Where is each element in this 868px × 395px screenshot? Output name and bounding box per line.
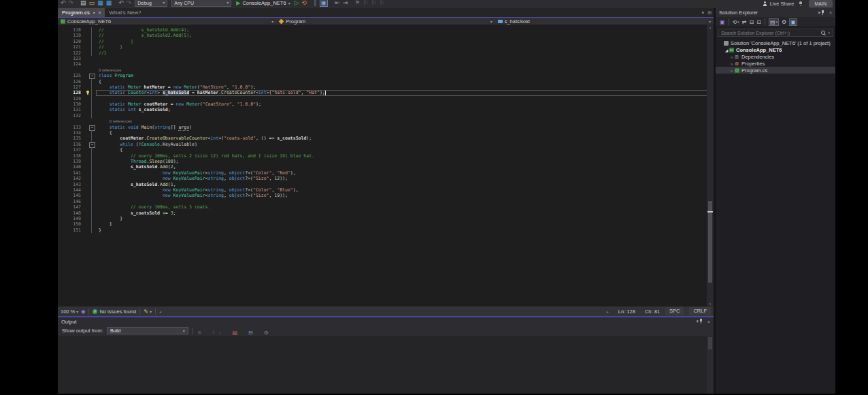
- hscroll-right-icon[interactable]: ▸: [607, 309, 609, 314]
- collapsed-arrow-icon[interactable]: ▹: [729, 54, 735, 59]
- document-outline-icon[interactable]: ◆: [81, 309, 85, 315]
- increase-indent-icon[interactable]: ⇥: [343, 0, 348, 6]
- code-line-135[interactable]: 135 coatMeter.CreateObservableCounter<in…: [58, 136, 714, 141]
- live-share-icon[interactable]: [763, 1, 768, 7]
- show-all-files-icon[interactable]: ▤▾: [769, 18, 779, 26]
- issues-status[interactable]: No issues found: [99, 309, 136, 315]
- navigate-back-icon[interactable]: ↶: [61, 0, 66, 6]
- project-dropdown[interactable]: C#ConsoleApp_NET6▾: [58, 18, 276, 25]
- code-line-147[interactable]: 147 // every 100ms, sells 3 coats.: [58, 204, 714, 210]
- sync-with-active-document-icon[interactable]: ⇄: [742, 19, 747, 25]
- start-without-debugging-icon[interactable]: ▷: [295, 0, 299, 6]
- open-folder-icon[interactable]: ▭: [89, 0, 95, 6]
- break-all-icon[interactable]: ∥: [314, 0, 317, 6]
- search-input[interactable]: Search Solution Explorer (Ctrl+;): [721, 31, 821, 35]
- undo-icon[interactable]: ↶: [118, 0, 124, 6]
- switch-views-icon[interactable]: ▣: [720, 19, 725, 25]
- save-icon[interactable]: ▦: [97, 0, 103, 6]
- code-line-139[interactable]: 139 Thread.Sleep(100);: [58, 159, 714, 164]
- code-line-133[interactable]: 133 static void Main(string[] args): [58, 125, 714, 130]
- collapse-box-icon[interactable]: [85, 125, 96, 130]
- column-indicator[interactable]: Ch: 81: [645, 309, 660, 315]
- code-line-132[interactable]: 132: [58, 113, 714, 118]
- tab-what-s-new-[interactable]: What's New?: [105, 8, 145, 17]
- tree-item-properties[interactable]: ▹⚙Properties: [716, 60, 835, 67]
- code-line-143[interactable]: 143 s_hatsSold.Add(1,: [58, 182, 714, 187]
- code-line-128[interactable]: 128 static Counter<int> s_hatsSold = hat…: [58, 90, 714, 95]
- active-files-dropdown-icon[interactable]: ▾: [702, 10, 705, 16]
- collapsed-arrow-icon[interactable]: ▹: [729, 68, 735, 73]
- hscroll-left-icon[interactable]: ◂: [159, 309, 161, 314]
- float-tab-group-icon[interactable]: ⊞: [707, 10, 712, 16]
- close-icon[interactable]: ×: [707, 319, 710, 324]
- code-line-124[interactable]: 124: [58, 61, 714, 67]
- code-line-146[interactable]: 146: [58, 199, 714, 204]
- message-list-icon[interactable]: ≡: [198, 330, 201, 336]
- feedback-bell-icon[interactable]: [799, 1, 803, 7]
- git-branch-button[interactable]: MAIN: [809, 0, 833, 7]
- code-line-149[interactable]: 149 }: [58, 216, 714, 221]
- output-source-dropdown[interactable]: Build ▾: [107, 327, 188, 334]
- solution-platforms-dropdown[interactable]: Any CPU▾: [171, 0, 231, 7]
- code-line-150[interactable]: 150 }: [58, 221, 714, 227]
- code-line-130[interactable]: 130 static Meter coatMeter = new Meter("…: [58, 101, 714, 107]
- word-wrap-icon[interactable]: ⊟: [248, 330, 253, 336]
- tree-item-dependencies[interactable]: ▹⊞Dependencies: [716, 53, 835, 60]
- redo-icon[interactable]: ↷: [127, 0, 132, 6]
- code-line-148[interactable]: 148 s_coatsSold += 3;: [58, 210, 714, 216]
- pending-changes-filter-icon[interactable]: ⟲▾: [733, 19, 739, 25]
- collapse-box-icon[interactable]: [85, 73, 96, 78]
- preview-selected-items-icon[interactable]: ▣: [789, 18, 797, 26]
- codelens-references[interactable]: 0 references: [58, 67, 714, 73]
- solution-explorer-search[interactable]: Search Solution Explorer (Ctrl+;) ▾: [718, 29, 833, 37]
- solution-configurations-dropdown[interactable]: Debug▾: [135, 0, 167, 7]
- live-share-button[interactable]: Live Share: [770, 1, 795, 7]
- hot-reload-icon[interactable]: ⟲: [302, 0, 307, 6]
- code-line-136[interactable]: 136 while (!Console.KeyAvailable): [58, 142, 714, 147]
- output-content[interactable]: [58, 336, 714, 394]
- line-indicator[interactable]: Ln: 128: [618, 309, 635, 315]
- code-line-129[interactable]: 129: [58, 96, 714, 101]
- new-file-icon[interactable]: ▤: [80, 0, 86, 6]
- tab-program-cs[interactable]: Program.cs▪×: [58, 8, 105, 17]
- code-fix-pen-icon[interactable]: ✎: [144, 309, 148, 315]
- code-line-121[interactable]: 121// }: [58, 44, 714, 50]
- previous-bookmark-icon[interactable]: ⚐: [363, 0, 368, 6]
- code-line-137[interactable]: 137 {: [58, 147, 714, 153]
- collapse-all-icon[interactable]: ⊟: [749, 19, 754, 25]
- start-debugging-button[interactable]: ▶ConsoleApp_NET6▾: [236, 0, 290, 7]
- code-line-141[interactable]: 141 new KeyValuePair<string, object?>("C…: [58, 170, 714, 176]
- clear-bookmarks-icon[interactable]: ⚐: [379, 0, 384, 6]
- scroll-down-icon[interactable]: ▾: [707, 302, 714, 306]
- expanded-arrow-icon[interactable]: ◢: [724, 48, 729, 52]
- decrease-indent-icon[interactable]: ⇤: [335, 0, 340, 6]
- goto-previous-message-icon[interactable]: ↑: [212, 330, 215, 336]
- code-line-118[interactable]: 118// s_hatsSold.Add(4);: [58, 27, 714, 33]
- code-line-144[interactable]: 144 new KeyValuePair<string, object?>("C…: [58, 187, 714, 193]
- code-editor[interactable]: 118// s_hatsSold.Add(4);119// s_hatsSold…: [58, 25, 714, 306]
- next-bookmark-icon[interactable]: ⚐: [371, 0, 376, 6]
- code-line-120[interactable]: 120// }: [58, 39, 714, 44]
- code-line-126[interactable]: 126{: [58, 79, 714, 84]
- file-health-indicator-icon[interactable]: ▣: [320, 0, 329, 7]
- indentation-indicator[interactable]: SPC: [665, 307, 684, 315]
- close-icon[interactable]: ×: [98, 10, 101, 15]
- code-line-142[interactable]: 142 new KeyValuePair<string, object?>("S…: [58, 176, 714, 181]
- output-scrollbar[interactable]: [707, 336, 714, 394]
- code-line-151[interactable]: 151}: [58, 227, 714, 233]
- codelens-references[interactable]: 0 references: [58, 118, 714, 124]
- tree-item-solution[interactable]: Solution 'ConsoleApp_NET6' (1 of 1 proje…: [716, 40, 835, 46]
- editor-vertical-scrollbar[interactable]: ▴ ▾: [707, 25, 714, 306]
- code-line-131[interactable]: 131 static int s_coatsSold;: [58, 107, 714, 112]
- zoom-level-dropdown[interactable]: 100 %: [61, 309, 75, 315]
- navigate-forward-icon[interactable]: ↷: [69, 0, 74, 6]
- code-line-134[interactable]: 134 {: [58, 130, 714, 136]
- wrench-icon[interactable]: ⚙: [782, 19, 786, 25]
- type-dropdown[interactable]: Program▾: [276, 18, 495, 25]
- pin-icon[interactable]: [699, 319, 703, 324]
- code-line-127[interactable]: 127 static Meter hatMeter = new Meter("H…: [58, 84, 714, 90]
- tree-item-program-cs[interactable]: ▹C#Program.cs: [716, 67, 835, 74]
- pin-icon[interactable]: [820, 10, 825, 16]
- properties-window-icon[interactable]: ⊡: [756, 19, 761, 25]
- code-line-123[interactable]: 123: [58, 56, 714, 61]
